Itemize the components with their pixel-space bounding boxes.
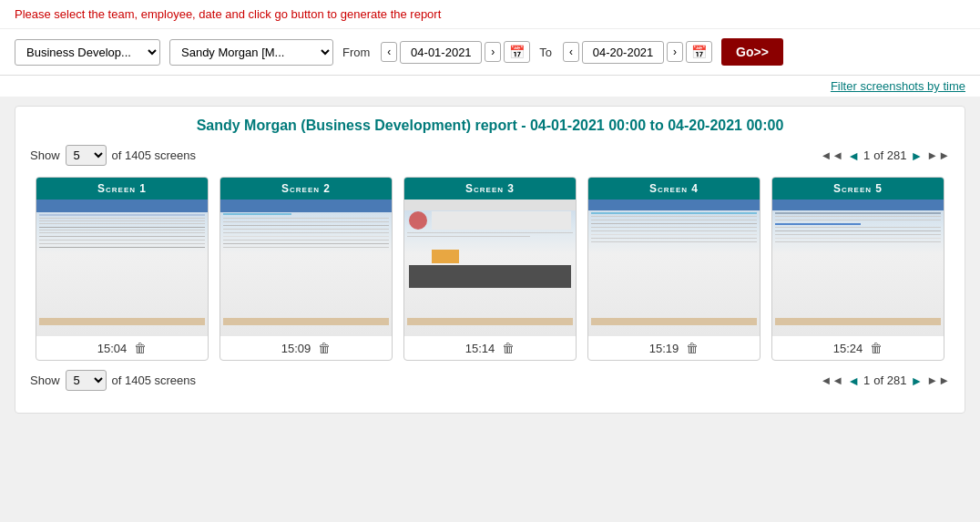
screen-card-1[interactable]: Screen 1 15:04 🗑 xyxy=(36,177,209,361)
screen-footer-1: 15:04 🗑 xyxy=(36,336,208,360)
to-prev-btn[interactable]: ‹ xyxy=(563,42,579,62)
first-page-btn-top[interactable]: ◄◄ xyxy=(820,148,843,162)
screen-time-3: 15:14 xyxy=(465,342,495,355)
report-title: Sandy Morgan (Business Development) repo… xyxy=(30,118,950,134)
of-screens-top: of 1405 screens xyxy=(112,148,197,162)
pagination-top: Show 5 10 25 of 1405 screens ◄◄ ◄ 1 of 2… xyxy=(30,145,950,166)
screen-card-5[interactable]: Screen 5 15:24 🗑 xyxy=(771,177,944,361)
screen-footer-4: 15:19 🗑 xyxy=(588,336,760,360)
screen-time-4: 15:19 xyxy=(649,342,679,355)
screen-header-1: Screen 1 xyxy=(36,178,208,200)
delete-screen-4-icon[interactable]: 🗑 xyxy=(686,341,699,355)
screen-footer-5: 15:24 🗑 xyxy=(772,336,944,360)
page-current-bottom: 1 xyxy=(863,374,870,387)
team-dropdown[interactable]: Business Develop... xyxy=(15,39,160,66)
screen-card-2[interactable]: Screen 2 15:09 🗑 xyxy=(219,177,393,361)
prev-page-btn-bottom[interactable]: ◄ xyxy=(847,374,860,388)
filter-row: Filter screenshots by time xyxy=(0,76,980,97)
screen-card-3[interactable]: Screen 3 15:14 🗑 xyxy=(403,177,577,361)
next-page-btn-bottom[interactable]: ► xyxy=(910,374,923,388)
screen-thumb-inner-3 xyxy=(404,200,576,336)
of-pages-bottom: of 281 xyxy=(873,374,906,387)
screen-time-2: 15:09 xyxy=(281,342,311,355)
delete-screen-3-icon[interactable]: 🗑 xyxy=(502,341,515,355)
from-label: From xyxy=(342,46,370,59)
of-pages-top: of 281 xyxy=(873,148,906,162)
delete-screen-1-icon[interactable]: 🗑 xyxy=(134,341,147,355)
filter-link[interactable]: Filter screenshots by time xyxy=(831,79,965,93)
to-label: To xyxy=(539,46,552,59)
show-select-top[interactable]: 5 10 25 xyxy=(66,145,107,166)
from-date-nav: ‹ › 📅 xyxy=(381,41,530,64)
screen-header-4: Screen 4 xyxy=(588,178,760,200)
show-label-top: Show xyxy=(30,148,60,162)
show-select-bottom[interactable]: 5 10 25 xyxy=(66,370,107,391)
screen-thumb-3[interactable] xyxy=(404,200,576,336)
show-label-bottom: Show xyxy=(30,374,60,387)
to-date-input[interactable] xyxy=(582,41,664,64)
screen-header-3: Screen 3 xyxy=(404,178,576,200)
from-date-input[interactable] xyxy=(400,41,482,64)
from-next-btn[interactable]: › xyxy=(485,42,501,62)
prev-page-btn-top[interactable]: ◄ xyxy=(847,148,860,163)
screen-thumb-inner-4 xyxy=(588,200,760,336)
screen-header-5: Screen 5 xyxy=(772,178,944,200)
screen-thumb-inner-1 xyxy=(36,200,208,336)
to-calendar-btn[interactable]: 📅 xyxy=(686,41,712,63)
employee-dropdown[interactable]: Sandy Morgan [M... xyxy=(169,39,333,66)
screen-time-1: 15:04 xyxy=(97,342,128,355)
screen-card-4[interactable]: Screen 4 15:19 🗑 xyxy=(587,177,761,361)
last-page-btn-top[interactable]: ►► xyxy=(926,148,950,162)
first-page-btn-bottom[interactable]: ◄◄ xyxy=(820,374,843,387)
go-button[interactable]: Go>> xyxy=(721,38,783,66)
screen-thumb-5[interactable] xyxy=(772,200,944,336)
from-prev-btn[interactable]: ‹ xyxy=(381,42,397,62)
screens-row: Screen 1 15:04 🗑 Screen 2 xyxy=(30,177,950,361)
screen-time-5: 15:24 xyxy=(833,342,863,355)
pagination-bottom: Show 5 10 25 of 1405 screens ◄◄ ◄ 1 of 2… xyxy=(30,370,950,391)
of-screens-bottom: of 1405 screens xyxy=(112,374,197,387)
last-page-btn-bottom[interactable]: ►► xyxy=(926,374,950,387)
screen-thumb-inner-5 xyxy=(772,200,944,336)
screen-footer-3: 15:14 🗑 xyxy=(404,336,576,360)
screen-thumb-1[interactable] xyxy=(36,200,208,336)
screen-header-2: Screen 2 xyxy=(220,178,392,200)
toolbar: Business Develop... Sandy Morgan [M... F… xyxy=(0,29,980,76)
page-current-top: 1 xyxy=(863,148,870,162)
screen-thumb-2[interactable] xyxy=(220,200,392,336)
to-next-btn[interactable]: › xyxy=(667,42,683,62)
report-panel: Sandy Morgan (Business Development) repo… xyxy=(15,106,965,414)
screen-footer-2: 15:09 🗑 xyxy=(220,336,392,360)
from-calendar-btn[interactable]: 📅 xyxy=(504,41,530,63)
warning-text: Please select the team, employee, date a… xyxy=(15,7,441,21)
delete-screen-5-icon[interactable]: 🗑 xyxy=(870,341,883,355)
screen-thumb-4[interactable] xyxy=(588,200,760,336)
next-page-btn-top[interactable]: ► xyxy=(910,148,923,163)
delete-screen-2-icon[interactable]: 🗑 xyxy=(318,341,331,355)
to-date-nav: ‹ › 📅 xyxy=(563,41,712,64)
screen-thumb-inner-2 xyxy=(220,200,392,336)
